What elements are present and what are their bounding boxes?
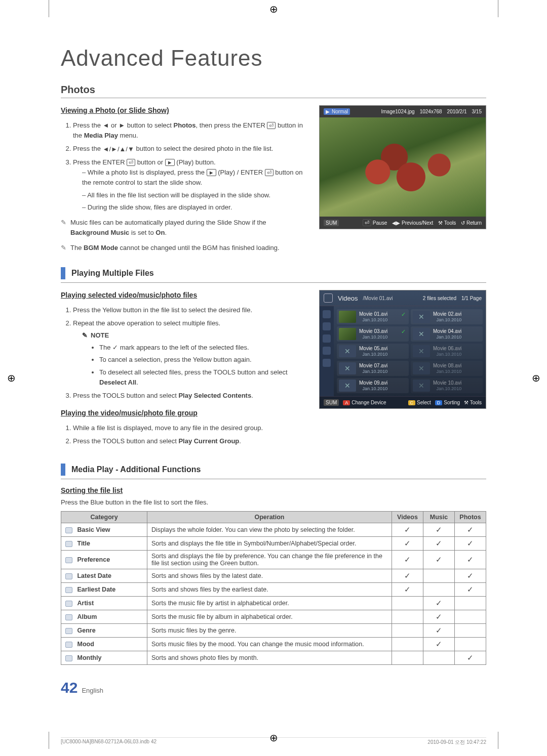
category-label: Preference — [77, 556, 110, 563]
check-cell — [392, 596, 423, 610]
videos-sidebar — [320, 306, 334, 396]
operation-text: Sorts music files by the genre. — [147, 623, 392, 637]
videos-path: /Movie 01.avi — [363, 296, 393, 301]
check-cell: ✓ — [423, 610, 455, 623]
video-list-item[interactable]: Movie 10.aviJan.10.2010 — [411, 378, 483, 393]
videos-selected-count: 2 files selected — [423, 296, 456, 301]
note-icon: ✎ — [82, 330, 88, 341]
check-cell: ✓ — [455, 523, 486, 536]
check-cell — [392, 610, 423, 623]
operation-text: Sorts and shows photo files by month. — [147, 651, 392, 664]
yellow-key-icon: C — [408, 400, 416, 405]
photo-viewer-figure: ▶Normal Image1024.jpg 1024x768 2010/2/1 … — [319, 105, 486, 229]
sorting-intro: Press the Blue button in the file list t… — [61, 498, 486, 506]
video-name: Movie 02.avi — [433, 311, 461, 317]
enter-icon: ⏎ — [267, 122, 276, 129]
subsection-viewing-photo: Viewing a Photo (or Slide Show) — [61, 105, 304, 116]
category-icon — [65, 557, 72, 563]
operation-text: Sorts the music file by album in alphabe… — [147, 610, 392, 623]
video-thumb — [413, 362, 430, 374]
video-list-item[interactable]: Movie 06.aviJan.10.2010 — [411, 344, 483, 359]
category-label: Monthly — [77, 654, 101, 661]
video-list-item[interactable]: Movie 03.aviJan.10.2010 — [337, 326, 409, 342]
check-cell: ✓ — [392, 536, 423, 550]
photo-index: 3/15 — [472, 109, 482, 114]
video-list-item[interactable]: Movie 09.aviJan.10.2010 — [337, 378, 409, 393]
video-list-item[interactable]: Movie 07.aviJan.10.2010 — [337, 361, 409, 376]
video-thumb — [413, 345, 430, 357]
steps-viewing-photo: Press the ◄ or ► button to select Photos… — [61, 120, 304, 213]
note-icon: ✎ — [61, 243, 66, 253]
operation-text: Sorts and shows files by the latest date… — [147, 569, 392, 582]
arrows-icon: ◀▶ — [392, 220, 400, 226]
dpad-icon: ◄/►/▲/▼ — [103, 144, 134, 154]
category-icon — [65, 601, 72, 607]
video-name: Movie 07.avi — [359, 363, 387, 369]
device-sum: SUM — [324, 220, 339, 226]
videos-title: Videos — [338, 295, 358, 302]
videos-page: 1/1 Page — [461, 296, 482, 301]
check-cell: ✓ — [392, 550, 423, 569]
tools-icon: ⚒ — [464, 400, 468, 405]
category-icon — [65, 541, 72, 547]
video-thumb — [339, 380, 356, 392]
video-date: Jan.10.2010 — [359, 369, 387, 374]
operation-text: Sorts and shows files by the earliest da… — [147, 582, 392, 596]
footer-timestamp: 2010-09-01 오전 10:47:22 — [427, 739, 486, 746]
check-cell — [455, 623, 486, 637]
check-cell: ✓ — [423, 550, 455, 569]
enter-icon: ⏎ — [265, 169, 274, 176]
subsection-playing-group: Playing the video/music/photo file group — [61, 408, 304, 419]
video-thumb — [339, 362, 356, 374]
check-cell: ✓ — [455, 569, 486, 582]
video-date: Jan.10.2010 — [433, 369, 461, 374]
table-row: TitleSorts and displays the file title i… — [61, 536, 486, 550]
right-arrow-icon: ► — [119, 120, 125, 131]
category-icon — [65, 642, 72, 648]
video-date: Jan.10.2010 — [359, 317, 387, 322]
th-videos: Videos — [392, 511, 423, 523]
play-icon: ▶ — [326, 109, 330, 114]
manual-page: Advanced Features Photos Viewing a Photo… — [0, 0, 547, 756]
note-icon: ✎ — [61, 218, 66, 238]
video-list-item[interactable]: Movie 05.aviJan.10.2010 — [337, 344, 409, 359]
video-list-item[interactable]: Movie 01.aviJan.10.2010 — [337, 309, 409, 324]
play-icon: ► — [207, 169, 216, 176]
check-icon: ✓ — [112, 344, 118, 351]
left-arrow-icon: ◄ — [103, 120, 109, 131]
subsection-playing-selected: Playing selected video/music/photo files — [61, 290, 304, 301]
category-label: Latest Date — [77, 572, 111, 579]
tools-icon: ⚒ — [438, 220, 443, 226]
red-key-icon: A — [343, 400, 350, 405]
video-date: Jan.10.2010 — [433, 352, 461, 357]
operation-text: Sorts and displays the file title in Sym… — [147, 536, 392, 550]
check-cell — [392, 637, 423, 651]
photo-date: 2010/2/1 — [447, 109, 467, 114]
check-cell: ✓ — [455, 536, 486, 550]
video-list-item[interactable]: Movie 04.aviJan.10.2010 — [411, 326, 483, 342]
category-label: Genre — [77, 627, 95, 634]
table-row: Basic ViewDisplays the whole folder. You… — [61, 523, 486, 536]
heading-additional-functions: Media Play - Additional Functions — [61, 464, 486, 479]
check-cell: ✓ — [423, 623, 455, 637]
enter-icon: ⏎ — [363, 219, 371, 226]
table-row: Earliest DateSorts and shows files by th… — [61, 582, 486, 596]
video-list-item[interactable]: Movie 08.aviJan.10.2010 — [411, 361, 483, 376]
table-row: MoodSorts music files by the mood. You c… — [61, 637, 486, 651]
video-thumb — [413, 380, 430, 392]
table-row: ArtistSorts the music file by artist in … — [61, 596, 486, 610]
category-label: Mood — [77, 641, 94, 648]
sorting-table: Category Operation Videos Music Photos B… — [61, 511, 486, 665]
check-cell — [423, 582, 455, 596]
video-name: Movie 06.avi — [433, 346, 461, 352]
check-cell — [455, 637, 486, 651]
section-photos: Photos — [61, 84, 486, 98]
return-icon: ↺ — [461, 220, 465, 226]
video-list-item[interactable]: Movie 02.aviJan.10.2010 — [411, 309, 483, 324]
check-cell — [455, 596, 486, 610]
table-row: AlbumSorts the music file by album in al… — [61, 610, 486, 623]
video-date: Jan.10.2010 — [433, 386, 461, 391]
table-row: GenreSorts music files by the genre.✓ — [61, 623, 486, 637]
video-name: Movie 04.avi — [433, 328, 461, 334]
play-icon: ► — [165, 159, 175, 166]
